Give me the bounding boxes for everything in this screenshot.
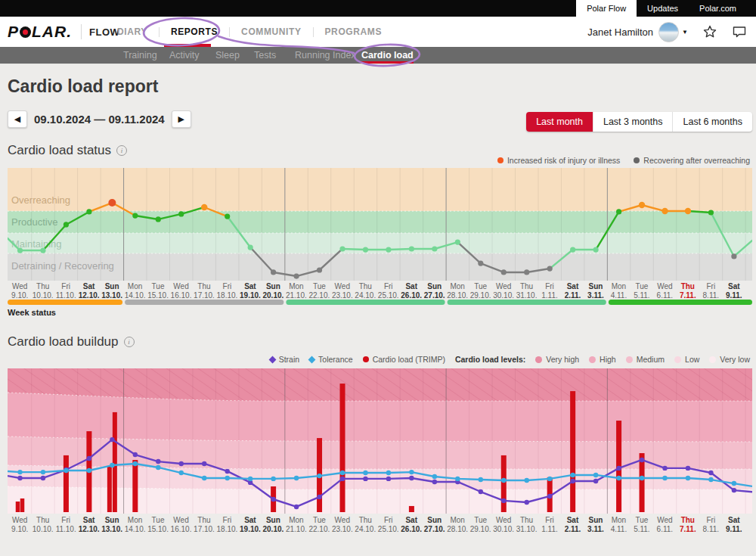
zone-label: Maintaining [11, 238, 62, 250]
x-tick-label: Wed16.10. [169, 516, 192, 533]
buildup-legend-item: Cardio load (TRIMP) [363, 355, 445, 364]
cardio-load-buildup-chart [8, 368, 752, 514]
user-name[interactable]: Janet Hamilton [587, 26, 653, 38]
x-tick-label: Fri11.10. [54, 282, 77, 300]
week-status-segment [8, 300, 122, 305]
top-tab-polar-flow[interactable]: Polar Flow [576, 0, 637, 17]
legend-label: Cardio load (TRIMP) [373, 355, 445, 364]
x-tick-label: Sat9.11. [723, 282, 745, 300]
subnav-item-running-index[interactable]: Running Index [295, 47, 356, 64]
range-button-last-6-months[interactable]: Last 6 months [672, 112, 752, 132]
legend-label: Low [685, 355, 699, 364]
week-status-bar [8, 299, 752, 306]
x-tick-label: Mon14.10. [123, 516, 146, 533]
range-button-last-3-months[interactable]: Last 3 months [593, 112, 673, 132]
x-tick-label: Mon21.10. [285, 516, 308, 533]
cardio-load-status-chart: OverreachingProductiveMaintainingDetrain… [8, 168, 752, 281]
x-tick-label: Mon28.10. [446, 516, 469, 533]
x-tick-label: Thu24.10. [354, 282, 376, 300]
nav-item-community[interactable]: COMMUNITY [230, 26, 312, 37]
x-tick-label: Fri18.10. [215, 516, 238, 533]
feedback-bubble-icon[interactable] [732, 25, 747, 39]
x-tick-label: Mon4.11. [607, 516, 630, 533]
legend-label: Increased risk of injury or illness [507, 156, 620, 165]
legend-diamond-icon [268, 356, 276, 363]
nav-item-diary[interactable]: DIARY [106, 26, 159, 37]
x-tick-label: Wed30.10. [492, 516, 515, 533]
x-tick-label: Tue29.10. [469, 516, 491, 533]
x-tick-label: Wed16.10. [169, 282, 192, 300]
x-tick-label: Wed30.10. [492, 282, 515, 300]
x-tick-label: Fri1.11. [538, 516, 561, 533]
legend-label: Medium [637, 355, 665, 364]
week-status-segment [286, 300, 445, 305]
x-tick-label: Tue22.10. [308, 516, 330, 533]
x-tick-label: Thu10.10. [31, 282, 54, 300]
nav-item-programs[interactable]: PROGRAMS [314, 26, 393, 37]
week-status-segment [125, 300, 284, 305]
x-tick-label: Sat12.10. [77, 516, 100, 533]
x-tick-label: Fri11.10. [54, 516, 77, 533]
zone-label: Overreaching [11, 194, 70, 206]
buildup-x-axis: Wed9.10.Thu10.10.Fri11.10.Sat12.10.Sun13… [8, 516, 752, 533]
x-tick-label: Sat9.11. [723, 516, 745, 533]
x-tick-label: Fri1.11. [538, 282, 561, 300]
status-x-axis: Wed9.10.Thu10.10.Fri11.10.Sat12.10.Sun13… [8, 282, 752, 300]
top-tab-polar-com[interactable]: Polar.com [689, 0, 747, 17]
x-tick-label: Fri25.10. [377, 516, 400, 533]
x-tick-label: Sat26.10. [400, 282, 423, 300]
legend-label: Very low [720, 355, 750, 364]
subnav-item-training[interactable]: Training [123, 47, 157, 64]
avatar[interactable] [658, 22, 679, 42]
nav-item-reports[interactable]: REPORTS [160, 26, 229, 37]
level-dot-icon [709, 356, 716, 363]
range-selector: Last monthLast 3 monthsLast 6 months [526, 112, 752, 132]
reports-subnav: TrainingActivitySleepTestsRunning IndexC… [0, 47, 756, 64]
level-legend-item: Very low [709, 355, 750, 364]
polar-flow-app: { "topbar": { "tabs": [ { "label": "Pola… [0, 0, 756, 556]
x-tick-label: Mon4.11. [607, 282, 630, 300]
buildup-legend-item: Tolerance [309, 355, 353, 364]
legend-label: Strain [279, 355, 299, 364]
status-legend-item: Recovering after overreaching [634, 156, 750, 165]
legend-dot-icon [634, 157, 640, 163]
x-tick-label: Sat19.10. [239, 516, 262, 533]
top-bar: Polar FlowUpdatesPolar.com [0, 0, 756, 17]
buildup-legend-item: Strain [270, 355, 299, 364]
buildup-section-title: Cardio load buildup [8, 334, 119, 349]
legend-label: High [600, 355, 616, 364]
x-tick-label: Fri25.10. [377, 282, 400, 300]
x-tick-label: Sat2.11. [561, 282, 584, 300]
legend-diamond-icon [308, 356, 316, 363]
zone-label: Productive [11, 216, 57, 228]
week-status-segment [609, 300, 752, 305]
buildup-legend: StrainToleranceCardio load (TRIMP)Cardio… [270, 355, 750, 364]
x-tick-label: Sun13.10. [101, 282, 123, 300]
top-tab-updates[interactable]: Updates [637, 0, 689, 17]
x-tick-label: Thu7.11. [677, 516, 699, 533]
status-info-icon[interactable]: i [116, 145, 127, 156]
prev-period-button[interactable]: ◀ [8, 110, 27, 128]
next-period-button[interactable]: ▶ [172, 110, 191, 128]
logo-divider [81, 24, 82, 39]
subnav-item-tests[interactable]: Tests [254, 47, 276, 64]
polar-logo[interactable]: PLAR. FLOW [8, 17, 119, 47]
chevron-down-icon[interactable]: ▼ [682, 29, 688, 36]
favorites-star-icon[interactable] [702, 24, 717, 39]
subnav-item-cardio-load[interactable]: Cardio load [361, 47, 414, 64]
range-button-last-month[interactable]: Last month [526, 112, 593, 132]
zone-label: Detraining / Recovering [11, 260, 114, 272]
level-dot-icon [626, 356, 633, 363]
x-tick-label: Thu31.10. [515, 516, 538, 533]
x-tick-label: Tue5.11. [631, 516, 653, 533]
subnav-item-sleep[interactable]: Sleep [215, 47, 240, 64]
x-tick-label: Thu17.10. [193, 282, 215, 300]
cardio-load-levels-label: Cardio load levels: [455, 355, 525, 364]
subnav-item-activity[interactable]: Activity [169, 47, 200, 64]
x-tick-label: Tue22.10. [308, 282, 330, 300]
x-tick-label: Sat26.10. [400, 516, 423, 533]
status-zones [8, 168, 752, 281]
x-tick-label: Sun3.11. [584, 282, 607, 300]
x-tick-label: Sun13.10. [101, 516, 123, 533]
buildup-info-icon[interactable]: i [124, 337, 135, 347]
